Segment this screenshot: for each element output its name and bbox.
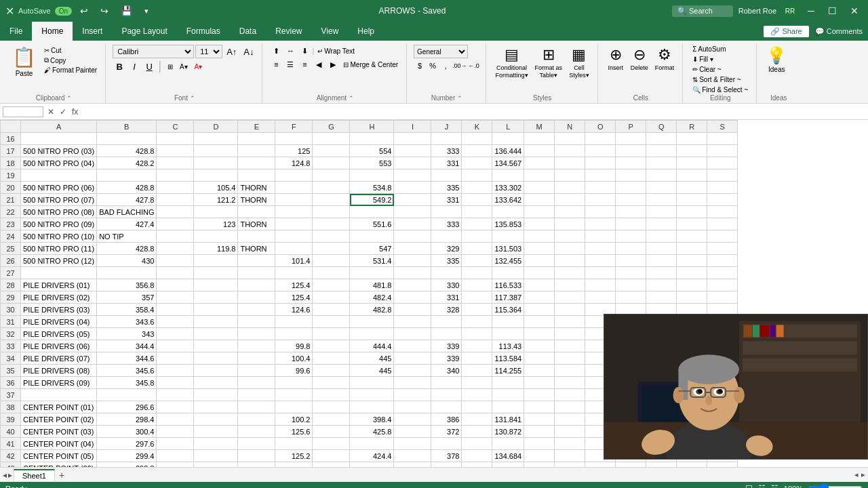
cell-B33[interactable]: 344.4	[97, 340, 157, 352]
tab-review[interactable]: Review	[266, 22, 311, 41]
cell-B42[interactable]: 299.4	[97, 450, 157, 462]
fill-button[interactable]: ⬇ Fill ▾	[690, 55, 728, 64]
cell-Q29[interactable]	[646, 291, 677, 304]
cell-K32[interactable]	[462, 328, 492, 340]
cell-M40[interactable]	[524, 426, 555, 438]
col-header-c[interactable]: C	[157, 121, 194, 133]
cell-M32[interactable]	[524, 328, 555, 340]
cell-O26[interactable]	[585, 255, 616, 267]
clear-button[interactable]: ✏ Clear ~	[690, 65, 728, 74]
cell-I38[interactable]	[394, 401, 431, 413]
cell-Q17[interactable]	[646, 145, 677, 157]
cell-I22[interactable]	[394, 206, 431, 218]
cell-J31[interactable]	[431, 316, 462, 328]
cell-I18[interactable]	[394, 157, 431, 169]
cell-C35[interactable]	[157, 365, 194, 377]
cell-C16[interactable]	[157, 133, 194, 145]
zoom-slider[interactable]	[808, 483, 863, 488]
cell-N34[interactable]	[555, 352, 585, 365]
cell-Q20[interactable]	[646, 182, 677, 194]
cell-C24[interactable]	[157, 230, 194, 243]
cell-N28[interactable]	[555, 279, 585, 291]
cell-E29[interactable]	[238, 291, 275, 304]
cell-H29[interactable]: 482.4	[350, 291, 394, 304]
cell-N30[interactable]	[555, 304, 585, 316]
cell-C22[interactable]	[157, 206, 194, 218]
close-button[interactable]: ✕	[846, 5, 863, 16]
col-header-p[interactable]: P	[616, 121, 646, 133]
paste-button[interactable]: 📋 Paste	[8, 45, 40, 79]
cell-I36[interactable]	[394, 377, 431, 389]
cell-C31[interactable]	[157, 316, 194, 328]
cell-D23[interactable]: 123	[194, 218, 238, 230]
cell-Q28[interactable]	[646, 279, 677, 291]
sheet-tab-sheet1[interactable]: Sheet1	[14, 469, 55, 481]
cell-I19[interactable]	[394, 169, 431, 182]
cell-S21[interactable]	[707, 194, 738, 206]
cell-L30[interactable]: 115.364	[492, 304, 524, 316]
row-header-16[interactable]: 16	[1, 133, 21, 145]
cell-K42[interactable]	[462, 450, 492, 462]
row-header-34[interactable]: 34	[1, 352, 21, 365]
row-header-20[interactable]: 20	[1, 182, 21, 194]
cell-E43[interactable]	[238, 462, 275, 468]
cell-E23[interactable]: THORN	[238, 218, 275, 230]
cell-H40[interactable]: 425.8	[350, 426, 394, 438]
cell-L22[interactable]	[492, 206, 524, 218]
cell-L43[interactable]	[492, 462, 524, 468]
cell-L32[interactable]	[492, 328, 524, 340]
cell-E25[interactable]: THORN	[238, 243, 275, 255]
cell-M33[interactable]	[524, 340, 555, 352]
cell-E19[interactable]	[238, 169, 275, 182]
cell-L38[interactable]	[492, 401, 524, 413]
row-header-28[interactable]: 28	[1, 279, 21, 291]
cell-H42[interactable]: 424.4	[350, 450, 394, 462]
cell-A17[interactable]: 500 NITRO PRO (03)	[21, 145, 97, 157]
cell-C26[interactable]	[157, 255, 194, 267]
cell-N36[interactable]	[555, 377, 585, 389]
cell-K37[interactable]	[462, 389, 492, 401]
cell-J43[interactable]	[431, 462, 462, 468]
cell-I43[interactable]	[394, 462, 431, 468]
cell-G29[interactable]	[313, 291, 350, 304]
cell-E37[interactable]	[238, 389, 275, 401]
cell-M25[interactable]	[524, 243, 555, 255]
cell-N19[interactable]	[555, 169, 585, 182]
cell-H32[interactable]	[350, 328, 394, 340]
font-size-select[interactable]: 11	[195, 45, 222, 58]
cell-A38[interactable]: CENTER POINT (01)	[21, 401, 97, 413]
cell-J39[interactable]: 386	[431, 413, 462, 426]
user-icon[interactable]: RR	[782, 3, 798, 19]
cell-J23[interactable]: 333	[431, 218, 462, 230]
cell-B43[interactable]: 299.8	[97, 462, 157, 468]
cell-I37[interactable]	[394, 389, 431, 401]
row-header-43[interactable]: 43	[1, 462, 21, 468]
cell-D24[interactable]	[194, 230, 238, 243]
row-header-29[interactable]: 29	[1, 291, 21, 304]
cell-J26[interactable]: 335	[431, 255, 462, 267]
cell-J32[interactable]	[431, 328, 462, 340]
cell-C18[interactable]	[157, 157, 194, 169]
cell-K36[interactable]	[462, 377, 492, 389]
cell-F33[interactable]: 99.8	[275, 340, 313, 352]
cell-K26[interactable]	[462, 255, 492, 267]
cell-G25[interactable]	[313, 243, 350, 255]
cell-N27[interactable]	[555, 267, 585, 279]
cell-D30[interactable]	[194, 304, 238, 316]
cell-G31[interactable]	[313, 316, 350, 328]
row-header-37[interactable]: 37	[1, 389, 21, 401]
cell-H39[interactable]: 398.4	[350, 413, 394, 426]
cell-M31[interactable]	[524, 316, 555, 328]
cell-B18[interactable]: 428.2	[97, 157, 157, 169]
cell-L40[interactable]: 130.872	[492, 426, 524, 438]
cell-R29[interactable]	[677, 291, 707, 304]
cell-C21[interactable]	[157, 194, 194, 206]
cell-G16[interactable]	[313, 133, 350, 145]
cell-L37[interactable]	[492, 389, 524, 401]
cell-O23[interactable]	[585, 218, 616, 230]
cell-G38[interactable]	[313, 401, 350, 413]
cell-H41[interactable]	[350, 438, 394, 450]
percent-button[interactable]: %	[427, 60, 439, 72]
cell-S20[interactable]	[707, 182, 738, 194]
cell-B35[interactable]: 345.6	[97, 365, 157, 377]
